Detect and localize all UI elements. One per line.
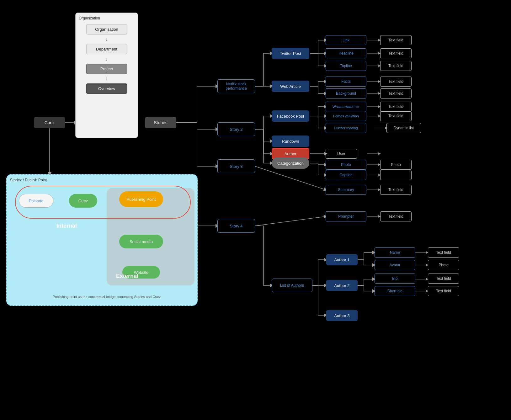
forbes-text-field: Text field [380, 111, 412, 121]
author-1-node: Author 1 [326, 254, 358, 265]
background-text-field: Text field [380, 88, 412, 98]
prompter-field: Prompter [326, 211, 366, 221]
short-bio-field: Short bio [375, 286, 415, 296]
caption-field: Caption [326, 170, 366, 180]
storiez-caption: Publishing point as the conceptual bridg… [19, 295, 194, 299]
topline-field: Topline [326, 61, 366, 71]
headline-field: Headline [326, 48, 366, 58]
organization-box: Organization Organisation ↓ Department ↓… [75, 13, 138, 138]
story-2-node: Story 2 [217, 122, 255, 136]
org-arrow-1: ↓ [105, 36, 108, 42]
bio-text-field: Text field [428, 274, 459, 284]
photo-type-field: Photo [380, 160, 412, 170]
publishing-point-node: Publishing Point [119, 191, 163, 207]
summary-text-field: Text field [380, 185, 412, 195]
episode-node: Episode [19, 194, 53, 208]
forbes-field: Forbes valuation [326, 111, 366, 121]
org-node-organisation: Organisation [86, 24, 127, 35]
categorization-node: Categorization [272, 157, 309, 169]
caption-text-field [380, 170, 412, 180]
name-field: Name [375, 247, 415, 258]
org-arrow-3: ↓ [105, 76, 108, 82]
web-article-node: Web Article [272, 81, 309, 92]
name-text-field: Text field [428, 247, 459, 258]
rundown-node: Rundown [272, 136, 309, 147]
org-node-department: Department [86, 44, 127, 54]
link-text-field: Text field [380, 35, 412, 45]
short-bio-text-field: Text field [428, 286, 459, 296]
facebook-post-node: Facebook Post [272, 110, 309, 122]
avatar-photo-field: Photo [428, 260, 459, 270]
watch-field: What to watch for [326, 102, 366, 112]
external-label: External [116, 273, 138, 279]
headline-text-field: Text field [380, 48, 412, 58]
background-field: Background [326, 88, 366, 98]
avatar-field: Avatar [375, 260, 415, 270]
cuez-storiez-node: Cuez [69, 194, 97, 208]
org-arrow-2: ↓ [105, 56, 108, 62]
link-field: Link [326, 35, 366, 45]
org-title: Organization [79, 16, 100, 20]
internal-label: Internal [56, 223, 77, 229]
facts-text-field: Text field [380, 77, 412, 87]
org-node-project: Project [86, 64, 127, 74]
photo-field: Photo [326, 160, 366, 170]
twitter-post-node: Twitter Post [272, 48, 309, 59]
facts-field: Facts [326, 77, 366, 87]
further-reading-field: Further reading [326, 123, 366, 133]
further-reading-type-field: Dynamic list [386, 123, 421, 133]
org-node-overview: Overview [86, 83, 127, 94]
social-media-node: Social media [119, 235, 163, 248]
story-1-node: Netflix stock performance [217, 79, 255, 93]
summary-field: Summary [326, 185, 366, 195]
story-4-node: Story 4 [217, 219, 255, 233]
prompter-text-field: Text field [380, 211, 412, 221]
author-3-node: Author 3 [326, 310, 358, 321]
bio-field: Bio [375, 274, 415, 284]
story-3-node: Story 3 [217, 159, 255, 173]
author-user-field: User [326, 149, 357, 159]
cuez-main-node: Cuez [34, 117, 65, 128]
storiez-label: Storiez / Publish Point [10, 178, 194, 182]
stories-node: Stories [145, 117, 176, 128]
topline-text-field: Text field [380, 61, 412, 71]
watch-text-field: Text field [380, 102, 412, 112]
list-of-authors-node: List of Authors [272, 279, 312, 292]
author-2-node: Author 2 [326, 280, 358, 291]
